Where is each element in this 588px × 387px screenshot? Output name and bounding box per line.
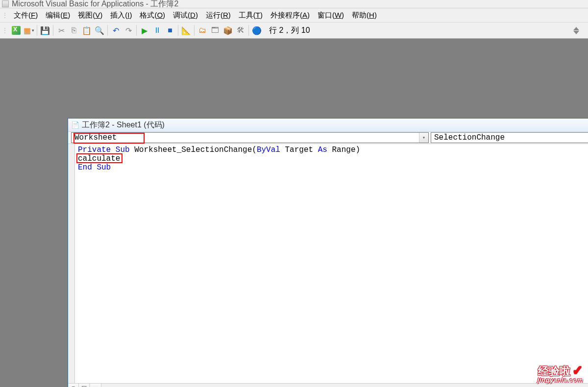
project-explorer-icon: 🗂	[198, 26, 206, 35]
undo-icon: ↶	[113, 26, 119, 35]
menu-view[interactable]: 视图(V)	[74, 10, 106, 21]
toolbar-overflow[interactable]	[573, 27, 579, 34]
menu-tools[interactable]: 工具(T)	[235, 10, 267, 21]
help-button[interactable]: 🔵	[251, 24, 263, 36]
find-icon: 🔍	[95, 26, 104, 35]
mdi-client-area: 📄 工作簿2 - Sheet1 (代码) Worksheet ▾ Selecti…	[0, 39, 588, 387]
code-gutter	[68, 144, 75, 387]
code-editor[interactable]: Private Sub Worksheet_SelectionChange(By…	[75, 144, 588, 387]
object-browser-button[interactable]: 📦	[222, 24, 234, 36]
menu-addins[interactable]: 外接程序(A)	[267, 10, 314, 21]
toolbar-separator	[136, 25, 137, 36]
code-keyword: End Sub	[78, 163, 111, 172]
app-icon	[2, 0, 9, 7]
design-mode-button[interactable]: 📐	[180, 24, 192, 36]
paste-button[interactable]: 📋	[81, 24, 93, 36]
code-keyword: ByVal	[257, 145, 280, 154]
code-window-footer: ≡ ▤ ◂	[68, 383, 588, 387]
toolbar-separator	[37, 25, 37, 36]
code-text-span: Target	[280, 145, 318, 154]
app-title-bar: Microsoft Visual Basic for Applications …	[0, 0, 588, 8]
cursor-position-label: 行 2，列 10	[269, 25, 310, 36]
code-keyword: Private Sub	[78, 145, 130, 154]
watermark-url: jingyanla.com	[538, 377, 583, 383]
procedure-dropdown-value: SelectionChange	[434, 133, 505, 142]
copy-icon: ⎘	[72, 26, 76, 35]
menu-bar: ⋮ 文件(F) 编辑(E) 视图(V) 插入(I) 格式(O) 调试(D) 运行…	[0, 8, 588, 23]
code-dropdowns: Worksheet ▾ SelectionChange	[68, 132, 588, 144]
find-button[interactable]: 🔍	[94, 24, 105, 36]
toolbar: ⋮ ▦ 💾 ✂ ⎘ 📋 🔍 ↶ ↷ ▶ ⏸ ■ 📐 🗂 🗔 📦 🛠 🔵 行 2，…	[0, 23, 588, 39]
run-icon: ▶	[142, 26, 147, 35]
toolbox-icon: 🛠	[237, 26, 245, 35]
cut-button[interactable]: ✂	[55, 24, 67, 36]
procedure-dropdown[interactable]: SelectionChange	[431, 132, 588, 143]
menu-file[interactable]: 文件(F)	[10, 10, 42, 21]
reset-button[interactable]: ■	[164, 24, 176, 36]
properties-button[interactable]: 🗔	[209, 24, 221, 36]
save-button[interactable]: 💾	[39, 24, 51, 36]
toolbar-separator	[248, 25, 249, 36]
undo-button[interactable]: ↶	[110, 24, 122, 36]
watermark: 经验啦✓ jingyanla.com	[538, 364, 583, 383]
properties-icon: 🗔	[211, 26, 219, 35]
menu-edit[interactable]: 编辑(E)	[42, 10, 74, 21]
chevron-down-icon: ▾	[419, 133, 428, 143]
menu-debug[interactable]: 调试(D)	[169, 10, 202, 21]
toolbox-button[interactable]: 🛠	[235, 24, 246, 36]
break-button[interactable]: ⏸	[151, 24, 163, 36]
code-text-span: Range)	[327, 145, 360, 154]
view-excel-button[interactable]	[10, 24, 22, 36]
redo-button[interactable]: ↷	[122, 24, 134, 36]
toolbar-separator	[178, 25, 178, 36]
excel-icon	[12, 26, 21, 35]
save-icon: 💾	[40, 26, 50, 35]
project-explorer-button[interactable]: 🗂	[196, 24, 208, 36]
chevron-up-icon	[573, 27, 579, 30]
scroll-left-button[interactable]: ◂	[91, 384, 101, 387]
code-window-icon: 📄	[71, 121, 79, 129]
code-window-titlebar[interactable]: 📄 工作簿2 - Sheet1 (代码)	[68, 119, 588, 132]
procedure-view-button[interactable]: ≡	[68, 384, 79, 387]
object-dropdown-value: Worksheet	[74, 133, 117, 142]
code-window: 📄 工作簿2 - Sheet1 (代码) Worksheet ▾ Selecti…	[68, 118, 588, 387]
run-button[interactable]: ▶	[139, 24, 150, 36]
help-icon: 🔵	[252, 26, 262, 35]
menu-format[interactable]: 格式(O)	[136, 10, 169, 21]
code-text-span: calculate	[78, 154, 120, 163]
code-window-title: 工作簿2 - Sheet1 (代码)	[82, 120, 165, 130]
full-module-view-button[interactable]: ▤	[79, 384, 90, 387]
code-body: Private Sub Worksheet_SelectionChange(By…	[68, 144, 588, 387]
break-icon: ⏸	[153, 26, 161, 35]
stop-icon: ■	[168, 26, 172, 35]
code-text-span: Worksheet_SelectionChange(	[130, 145, 257, 154]
cut-icon: ✂	[58, 26, 65, 35]
insert-object-button[interactable]: ▦	[23, 24, 35, 36]
code-keyword: As	[318, 145, 327, 154]
object-browser-icon: 📦	[223, 26, 233, 35]
copy-button[interactable]: ⎘	[68, 24, 80, 36]
redo-icon: ↷	[125, 26, 132, 35]
paste-icon: 📋	[82, 26, 92, 35]
menu-help[interactable]: 帮助(H)	[348, 10, 381, 21]
menu-run[interactable]: 运行(R)	[202, 10, 235, 21]
check-icon: ✓	[572, 363, 583, 378]
chevron-down-icon	[573, 31, 579, 34]
menu-grip: ⋮	[2, 12, 7, 19]
watermark-text: 经验啦	[538, 365, 570, 377]
toolbar-separator	[194, 25, 195, 36]
object-dropdown[interactable]: Worksheet ▾	[71, 132, 429, 143]
menu-insert[interactable]: 插入(I)	[106, 10, 136, 21]
add-form-icon: ▦	[24, 26, 31, 35]
toolbar-separator	[53, 25, 53, 36]
toolbar-grip: ⋮	[2, 27, 7, 34]
app-title-text: Microsoft Visual Basic for Applications …	[12, 0, 178, 8]
toolbar-separator	[107, 25, 108, 36]
menu-window[interactable]: 窗口(W)	[314, 10, 348, 21]
design-mode-icon: 📐	[181, 26, 191, 35]
